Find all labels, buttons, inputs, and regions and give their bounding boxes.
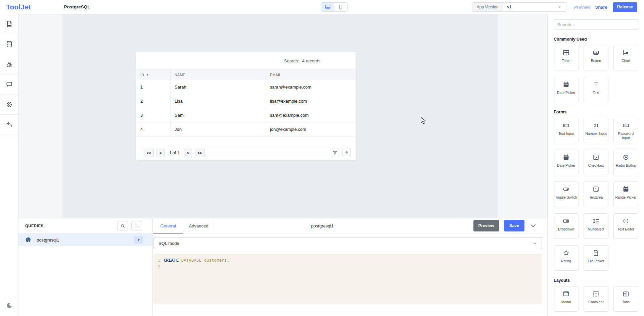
tooljet-logo[interactable]: ToolJet xyxy=(6,3,31,11)
widget-card-number-input[interactable]: 2 Number Input xyxy=(584,118,608,143)
app-title[interactable]: PostgreSQL xyxy=(64,4,90,9)
widget-card-text-input[interactable]: Text Input xyxy=(554,118,579,143)
tab-advanced[interactable]: Advanced xyxy=(183,218,214,233)
undo-icon xyxy=(5,121,13,128)
share-button[interactable]: Share xyxy=(595,5,607,10)
widget-card-chart[interactable]: Chart xyxy=(613,45,638,70)
column-header-email[interactable]: EMAIL xyxy=(266,69,356,80)
column-header-name[interactable]: NAME xyxy=(171,69,266,80)
sidebar-item-undo[interactable] xyxy=(0,115,18,135)
sql-mode-select[interactable]: SQL mode xyxy=(153,237,542,249)
query-preview-button[interactable]: Preview xyxy=(473,220,499,231)
passwordinput-widget-icon: ** xyxy=(622,122,630,129)
filter-button[interactable] xyxy=(331,149,339,157)
widget-card-dropdown[interactable]: Dropdown xyxy=(554,213,579,239)
mobile-toggle-button[interactable] xyxy=(334,3,347,11)
widget-card-button[interactable]: OK Button xyxy=(584,45,608,70)
cell-name[interactable]: Sarah xyxy=(171,80,266,94)
app-version-select[interactable]: v1 xyxy=(503,2,566,12)
widget-card-rating[interactable]: Rating xyxy=(554,245,579,271)
widget-card-container[interactable]: Container xyxy=(584,286,608,312)
widget-label: Text xyxy=(592,91,600,95)
widget-card-text-editor[interactable]: T Text Editor xyxy=(613,213,638,239)
download-button[interactable] xyxy=(342,149,351,157)
run-query-button[interactable] xyxy=(134,236,143,244)
cell-email[interactable]: jon@example.com xyxy=(266,122,356,136)
widget-card-textarea[interactable]: T Textarea xyxy=(584,181,608,207)
multiselect-widget-icon xyxy=(592,217,600,225)
tooljet-app-builder: ToolJet PostgreSQL App Version xyxy=(0,0,644,316)
table-search-label[interactable]: Search: xyxy=(284,58,299,63)
widget-card-checkbox[interactable]: Checkbox xyxy=(584,150,608,175)
sql-code-editor[interactable]: 1 CREATE DATABASE customers; 2 xyxy=(153,254,542,304)
table-widget[interactable]: Search: 4 records ID ▲ NAME EMAIL 1 Sara… xyxy=(136,52,356,161)
cell-id[interactable]: 2 xyxy=(136,94,171,108)
download-icon xyxy=(344,150,349,155)
table-row[interactable]: 2 Lisa lisa@example.com xyxy=(136,94,356,108)
sidebar-item-database[interactable] xyxy=(0,34,18,54)
widget-label: Text Editor xyxy=(617,227,635,231)
sidebar-item-comments[interactable] xyxy=(0,74,18,95)
widget-card-modal[interactable]: Modal xyxy=(554,286,579,312)
widget-card-tabs[interactable]: Tabs xyxy=(613,286,638,312)
sidebar-item-inspector[interactable]: {:} xyxy=(0,14,18,34)
query-search-button[interactable] xyxy=(117,221,128,230)
widget-label: Table xyxy=(561,59,571,63)
widget-card-toggle-switch[interactable]: Toggle Switch xyxy=(554,181,579,207)
desktop-icon xyxy=(324,4,331,10)
sidebar-item-settings[interactable] xyxy=(0,95,18,115)
query-list-item[interactable]: postgresql1 xyxy=(18,233,152,246)
datepicker-widget-icon xyxy=(562,81,570,88)
widget-card-datepicker-forms[interactable]: Date Picker xyxy=(554,150,579,175)
sidebar-item-debugger[interactable] xyxy=(0,54,18,74)
preview-button[interactable]: Preview xyxy=(574,5,590,10)
widget-card-table[interactable]: Table xyxy=(554,45,579,70)
pagination-prev-button[interactable]: < xyxy=(156,149,165,157)
query-editor-title: postgresql1 xyxy=(289,218,356,233)
widget-card-datepicker[interactable]: Date Picker xyxy=(554,77,579,102)
button-widget-icon: OK xyxy=(592,49,600,56)
pagination-first-button[interactable]: << xyxy=(144,149,154,157)
widget-label: Date Picker xyxy=(556,163,576,168)
widget-card-multiselect[interactable]: Multiselect xyxy=(584,213,608,239)
column-header-id[interactable]: ID ▲ xyxy=(136,69,171,80)
widget-card-password-input[interactable]: ** Password Input xyxy=(613,118,638,143)
cell-name[interactable]: Jon xyxy=(171,122,266,136)
release-button[interactable]: Release xyxy=(613,2,637,12)
theme-toggle[interactable] xyxy=(0,298,18,313)
code-line: 2 xyxy=(153,264,542,270)
query-list-panel: QUERIES postgresql1 xyxy=(18,218,153,316)
table-row[interactable]: 3 Sam sam@example.com xyxy=(136,108,356,122)
query-editor-header: General Advanced postgresql1 Preview Sav… xyxy=(153,218,547,233)
widget-search-input[interactable] xyxy=(554,19,639,30)
widget-card-radio-button[interactable]: Radio Button xyxy=(613,150,638,175)
desktop-toggle-button[interactable] xyxy=(321,3,334,11)
table-records-count: 4 records xyxy=(302,58,320,63)
table-row[interactable]: 4 Jon jon@example.com xyxy=(136,122,356,137)
cell-id[interactable]: 3 xyxy=(136,108,171,122)
cell-email[interactable]: sarah@example.com xyxy=(266,80,356,94)
cell-id[interactable]: 1 xyxy=(136,80,171,94)
widget-card-range-picker[interactable]: Range Picker xyxy=(613,181,638,207)
cell-id[interactable]: 4 xyxy=(136,122,171,136)
forms-grid: Text Input 2 Number Input ** Password In… xyxy=(554,118,639,271)
sql-punctuation: ; xyxy=(227,257,229,264)
sort-asc-icon: ▲ xyxy=(146,73,149,76)
cell-name[interactable]: Sam xyxy=(171,108,266,122)
cell-email[interactable]: sam@example.com xyxy=(266,108,356,122)
table-row[interactable]: 1 Sarah sarah@example.com xyxy=(136,80,356,94)
pagination-next-button[interactable]: > xyxy=(184,149,192,157)
text-widget-icon: T xyxy=(592,81,600,88)
widgets-panel: Commonly Used Table OK Button Chart Date… xyxy=(547,14,644,316)
pagination-last-button[interactable]: >> xyxy=(195,149,205,157)
cell-name[interactable]: Lisa xyxy=(171,94,266,108)
textarea-widget-icon: T xyxy=(592,186,600,193)
add-query-button[interactable] xyxy=(131,221,142,230)
widget-card-text[interactable]: T Text xyxy=(584,77,608,102)
widget-card-file-picker[interactable]: File Picker xyxy=(584,245,608,271)
query-save-button[interactable]: Save xyxy=(504,220,524,231)
cell-email[interactable]: lisa@example.com xyxy=(266,94,356,108)
widget-label: Dropdown xyxy=(557,227,575,231)
tab-general[interactable]: General xyxy=(153,218,183,233)
collapse-panel-button[interactable] xyxy=(529,222,537,230)
